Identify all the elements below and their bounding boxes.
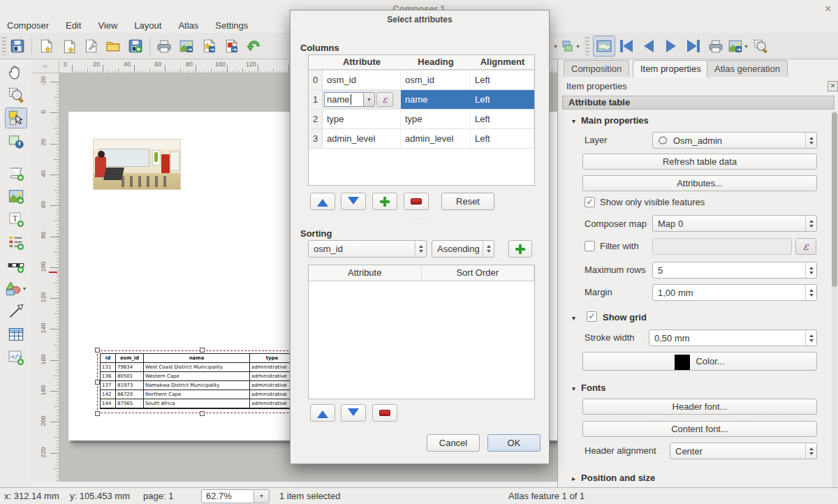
move-column-up-button[interactable] [310, 193, 335, 210]
tab-atlas-generation[interactable]: Atlas generation [707, 60, 788, 77]
add-shape-tool[interactable]: ▼ [5, 278, 27, 299]
window-close-icon[interactable]: ✕ [823, 3, 834, 15]
atlas-first-feature-button[interactable] [615, 36, 638, 57]
filter-expression-input[interactable] [652, 238, 792, 255]
section-fonts[interactable]: ▾Fonts [572, 383, 605, 393]
menu-edit[interactable]: Edit [66, 20, 81, 31]
cancel-button[interactable]: Cancel [427, 434, 480, 452]
menu-layout[interactable]: Layout [134, 20, 161, 31]
attribute-cell[interactable]: admin_level [323, 129, 401, 148]
refresh-table-data-button[interactable]: Refresh table data [582, 154, 817, 170]
duplicate-composition-button[interactable] [57, 36, 80, 57]
columns-row-3[interactable]: 3 admin_level admin_level Left [309, 129, 534, 149]
maximum-rows-spinner[interactable]: 5 [652, 262, 817, 279]
add-image-tool[interactable] [5, 186, 27, 207]
composer-map-combobox[interactable]: Map 0 [652, 215, 817, 232]
columns-table[interactable]: Attribute Heading Alignment 0 osm_id osm… [308, 54, 535, 186]
zoom-dropdown-icon[interactable]: ▼ [254, 489, 270, 503]
move-column-down-button[interactable] [341, 193, 366, 210]
section-show-grid[interactable]: ▾ [572, 312, 581, 323]
add-arrow-tool[interactable] [5, 301, 27, 322]
zoom-level-input[interactable]: 62.7% [201, 489, 254, 503]
heading-cell[interactable]: osm_id [401, 71, 471, 89]
tab-composition[interactable]: Composition [564, 60, 629, 77]
expression-builder-button[interactable]: ε [376, 92, 393, 107]
sorting-table[interactable]: Attribute Sort Order [308, 265, 535, 399]
composition-manager-button[interactable] [80, 36, 102, 57]
add-new-map-tool[interactable] [5, 163, 27, 184]
menu-atlas[interactable]: Atlas [178, 20, 198, 31]
move-sort-up-button[interactable] [310, 404, 335, 422]
alignment-cell[interactable]: Left [471, 71, 534, 89]
menu-composer[interactable]: Composer [7, 20, 49, 31]
selection-handle[interactable] [95, 411, 100, 416]
attribute-cell[interactable]: osm_id [323, 71, 401, 89]
add-legend-tool[interactable] [5, 232, 27, 253]
filter-with-checkbox[interactable] [585, 241, 595, 251]
attribute-cell[interactable]: type [323, 110, 401, 128]
alignment-cell[interactable]: Left [471, 110, 534, 128]
selection-handle[interactable] [200, 348, 205, 353]
move-item-content-tool[interactable] [5, 131, 27, 151]
splitter-handle[interactable]: · · · [291, 216, 549, 223]
content-font-button[interactable]: Content font... [582, 421, 817, 437]
add-column-button[interactable] [372, 193, 397, 210]
print-atlas-button[interactable] [705, 36, 727, 57]
atlas-last-feature-button[interactable] [682, 36, 705, 57]
add-sort-button[interactable] [508, 240, 532, 258]
new-composition-button[interactable] [35, 36, 57, 57]
menu-view[interactable]: View [98, 20, 117, 31]
heading-cell[interactable]: type [401, 110, 471, 128]
add-attribute-table-tool[interactable] [5, 324, 27, 345]
layer-combobox[interactable]: Osm_admin [652, 132, 817, 149]
columns-row-1-selected[interactable]: 1 name ▼ ε name Left [309, 90, 534, 110]
panel-close-icon[interactable]: ✕ [828, 81, 838, 91]
toolbar-grip[interactable] [585, 37, 589, 55]
atlas-next-feature-button[interactable] [660, 36, 682, 57]
export-image-button[interactable] [175, 36, 198, 57]
grid-color-button[interactable]: Color... [582, 352, 817, 371]
add-html-frame-tool[interactable]: </> [5, 347, 27, 368]
section-main-properties[interactable]: ▾Main properties [572, 115, 649, 126]
section-position-and-size[interactable]: ▸Position and size [572, 473, 655, 483]
show-grid-checkbox[interactable]: ✓ [587, 311, 597, 322]
selection-handle[interactable] [95, 348, 100, 353]
ok-button[interactable]: OK [487, 434, 541, 452]
reset-button[interactable]: Reset [441, 193, 494, 210]
remove-sort-button[interactable] [372, 404, 397, 422]
atlas-preview-toggle[interactable] [593, 36, 615, 57]
atlas-previous-feature-button[interactable] [638, 36, 660, 57]
attribute-edit-input[interactable]: name [324, 92, 363, 107]
export-svg-button[interactable] [198, 36, 220, 57]
columns-row-2[interactable]: 2 type type Left [309, 110, 534, 129]
export-atlas-button[interactable]: ▼ [727, 36, 749, 57]
selection-handle[interactable] [95, 380, 100, 385]
header-alignment-combobox[interactable]: Center [670, 443, 817, 459]
save-project-button[interactable] [6, 36, 29, 57]
sort-attribute-combobox[interactable]: osm_id [308, 240, 427, 258]
raise-items-button[interactable]: ▼ [559, 36, 582, 57]
add-label-tool[interactable]: T [5, 209, 27, 230]
heading-cell[interactable]: admin_level [401, 129, 471, 148]
classroom-photo-item[interactable] [93, 139, 181, 190]
print-button[interactable] [153, 36, 175, 57]
header-font-button[interactable]: Header font... [582, 399, 817, 415]
selection-handle[interactable] [200, 411, 205, 416]
combo-dropdown-icon[interactable]: ▼ [363, 92, 375, 107]
alignment-cell[interactable]: Left [471, 90, 534, 109]
undo-button[interactable] [242, 36, 265, 57]
zoom-tool[interactable] [5, 84, 27, 105]
open-template-button[interactable] [102, 36, 124, 57]
attributes-button[interactable]: Attributes... [582, 175, 817, 191]
columns-row-0[interactable]: 0 osm_id osm_id Left [309, 71, 534, 90]
attribute-cell-editor[interactable]: name ▼ ε [323, 90, 401, 109]
panel-scrollbar-thumb[interactable] [832, 112, 837, 287]
heading-cell[interactable]: name [401, 90, 471, 109]
stroke-width-spinner[interactable]: 0,50 mm [649, 329, 817, 346]
save-template-button[interactable] [124, 36, 147, 57]
export-pdf-button[interactable] [220, 36, 242, 57]
margin-spinner[interactable]: 1,00 mm [652, 284, 817, 301]
menu-settings[interactable]: Settings [215, 20, 248, 31]
remove-column-button[interactable] [404, 193, 429, 210]
add-scalebar-tool[interactable] [5, 255, 27, 276]
